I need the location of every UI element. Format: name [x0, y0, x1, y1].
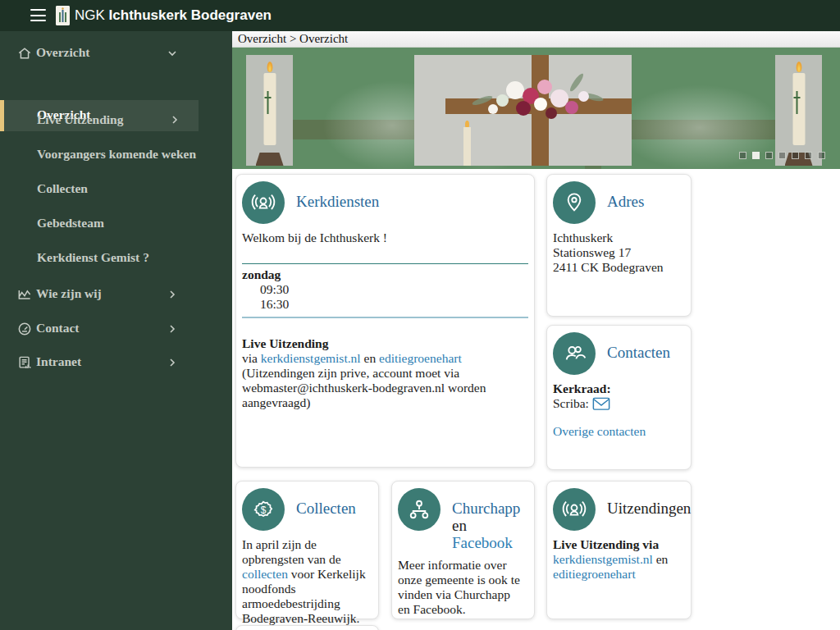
hamburger-menu-icon[interactable]	[30, 9, 46, 21]
card-title: Adres	[607, 193, 644, 210]
network-icon	[398, 488, 441, 531]
sidebar-group-overzicht[interactable]: Overzicht	[0, 43, 232, 66]
breadcrumb: Overzicht > Overzicht	[238, 32, 348, 46]
carousel-indicator[interactable]	[818, 152, 825, 159]
chevron-right-icon	[166, 356, 179, 369]
kerkraad-heading: Kerkraad:	[553, 381, 685, 396]
card-title: Collecten	[296, 500, 356, 517]
broadcast-person-icon	[242, 181, 285, 224]
card-churchapp: Churchappen Facebook Meer informatie ove…	[391, 481, 535, 619]
map-pin-icon	[553, 181, 596, 224]
card-title: Churchappen Facebook	[452, 500, 528, 551]
carousel-indicator[interactable]	[739, 152, 746, 159]
sidebar-item-wie-zijn-wij[interactable]: Wie zijn wij	[0, 284, 232, 307]
sidebar-item-live-uitzending[interactable]: Live Uitzending	[37, 112, 124, 130]
card-partial-below-fold	[235, 625, 379, 630]
carousel-indicator[interactable]	[792, 152, 799, 159]
card-kerkdiensten: Kerkdiensten Welkom bij de Ichthuskerk !…	[235, 174, 535, 468]
breadcrumb-bar: Overzicht > Overzicht	[232, 31, 840, 48]
card-collecten: $ Collecten In april zijn de opbrengsten…	[235, 481, 379, 619]
link-editiegroenehart[interactable]: editiegroenehart	[553, 567, 636, 581]
sidebar-item-intranet[interactable]: Intranet	[0, 352, 232, 375]
hero-image-cross-flowers	[414, 55, 632, 166]
hero-image-right-candle	[775, 55, 822, 166]
sidebar-item-gebedsteam[interactable]: Gebedsteam	[37, 216, 104, 234]
people-icon	[553, 332, 596, 375]
divider	[242, 317, 528, 318]
card-adres: Adres Ichthuskerk Stationsweg 17 2411 CK…	[546, 174, 692, 317]
address-line: Stationsweg 17	[553, 245, 685, 260]
chevron-right-icon	[166, 322, 179, 336]
link-editiegroenehart[interactable]: editiegroenehart	[379, 351, 462, 365]
card-uitzendingen: Uitzendingen Live Uitzending via kerkdie…	[546, 481, 692, 619]
address-line: 2411 CK Bodegraven	[553, 260, 685, 275]
link-overige-contacten[interactable]: Overige contacten	[553, 424, 646, 438]
address-line: Ichthuskerk	[553, 231, 685, 245]
church-logo	[56, 6, 70, 25]
link-kerkdienstgemist[interactable]: kerkdienstgemist.nl	[553, 552, 653, 566]
sidebar-item-voorgangers[interactable]: Voorgangers komende weken	[37, 147, 196, 165]
sidebar: Overzicht Overzicht Live Uitzending Voor…	[0, 31, 232, 630]
chevron-right-icon	[168, 113, 181, 126]
carousel-indicator[interactable]	[765, 152, 773, 159]
sidebar-item-contact[interactable]: Contact	[0, 318, 232, 341]
broadcast-person-icon	[553, 488, 596, 531]
svg-text:$: $	[261, 504, 267, 516]
sidebar-item-kerkdienst-gemist[interactable]: Kerkdienst Gemist ?	[37, 250, 149, 268]
service-day: zondag	[242, 267, 528, 282]
uitzendingen-links: kerkdienstgemist.nl en editiegroenehart	[553, 552, 685, 582]
card-title: Uitzendingen	[607, 500, 691, 517]
sidebar-item-collecten[interactable]: Collecten	[37, 181, 88, 199]
churchapp-text: Meer informatie over onze gemeente is oo…	[398, 558, 528, 617]
card-contacten: Contacten Kerkraad: Scriba: Overige cont…	[546, 325, 692, 470]
gauge-icon	[16, 321, 33, 337]
card-title: Kerkdiensten	[296, 193, 379, 210]
scriba-line: Scriba:	[553, 396, 685, 411]
home-icon	[16, 45, 33, 62]
link-kerkdienstgemist[interactable]: kerkdienstgemist.nl	[261, 351, 361, 365]
carousel-indicator[interactable]	[805, 152, 812, 159]
collecten-text: In april zijn de opbrengsten van de coll…	[242, 537, 372, 626]
chevron-down-icon	[166, 47, 179, 60]
service-time: 16:30	[242, 297, 528, 312]
carousel-indicators	[739, 152, 825, 159]
live-heading: Live Uitzending	[242, 336, 528, 351]
live-links-line: via kerkdienstgemist.nl en editiegroeneh…	[242, 351, 528, 366]
carousel-indicator-active[interactable]	[752, 152, 760, 159]
live-note: (Uitzendingen zijn prive, account moet v…	[242, 366, 528, 410]
link-facebook[interactable]: Facebook	[452, 534, 513, 551]
card-title: Contacten	[607, 344, 670, 361]
chart-icon	[16, 286, 33, 303]
uitzendingen-heading: Live Uitzending via	[553, 537, 685, 552]
divider	[242, 263, 528, 264]
donation-badge-icon: $	[242, 488, 285, 531]
carousel-indicator[interactable]	[778, 152, 786, 159]
envelope-icon[interactable]	[592, 397, 610, 410]
service-time: 09:30	[242, 282, 528, 297]
hero-image-left-candle	[246, 55, 293, 166]
chevron-right-icon	[166, 288, 179, 301]
link-collecten[interactable]: collecten	[242, 567, 288, 581]
hero-carousel	[232, 48, 840, 169]
app-title: NGK Ichthuskerk Bodegraven	[75, 0, 272, 31]
welcome-text: Welkom bij de Ichthuskerk !	[242, 231, 528, 245]
app-header: NGK Ichthuskerk Bodegraven	[0, 0, 840, 31]
report-icon	[16, 354, 33, 371]
